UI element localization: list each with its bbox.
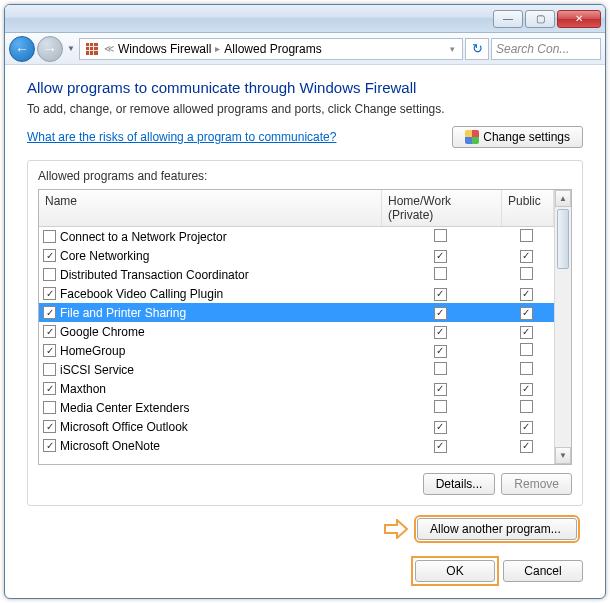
row-checkbox[interactable] [43,401,56,414]
pub-checkbox[interactable] [520,267,533,280]
pub-checkbox[interactable] [520,362,533,375]
row-homework: ✓ [382,248,502,263]
col-name[interactable]: Name [39,190,382,226]
row-homework: ✓ [382,343,502,358]
minimize-button[interactable]: — [493,10,523,28]
row-checkbox[interactable] [43,230,56,243]
row-checkbox[interactable]: ✓ [43,287,56,300]
row-public [502,267,554,283]
row-checkbox[interactable]: ✓ [43,382,56,395]
scroll-up-icon[interactable]: ▲ [555,190,571,207]
row-name: Google Chrome [60,325,382,339]
row-checkbox[interactable] [43,363,56,376]
row-public [502,343,554,359]
table-row[interactable]: iSCSI Service [39,360,554,379]
row-checkbox[interactable] [43,268,56,281]
pub-checkbox[interactable] [520,229,533,242]
pub-checkbox[interactable]: ✓ [520,288,533,301]
table-row[interactable]: ✓Facebook Video Calling Plugin✓✓ [39,284,554,303]
address-dropdown-icon[interactable]: ▾ [447,44,458,54]
risk-link[interactable]: What are the risks of allowing a program… [27,130,336,144]
hw-checkbox[interactable]: ✓ [434,440,447,453]
forward-button[interactable]: → [37,36,63,62]
change-settings-button[interactable]: Change settings [452,126,583,148]
table-row[interactable]: ✓Core Networking✓✓ [39,246,554,265]
table-row[interactable]: ✓Microsoft Office Outlook✓✓ [39,417,554,436]
hw-checkbox[interactable] [434,267,447,280]
address-bar[interactable]: ≪ Windows Firewall ▸ Allowed Programs ▾ [79,38,463,60]
table-row[interactable]: ✓File and Printer Sharing✓✓ [39,303,554,322]
scroll-track[interactable] [555,271,571,447]
row-public: ✓ [502,248,554,263]
row-homework [382,362,502,378]
table-row[interactable]: Media Center Extenders [39,398,554,417]
row-public: ✓ [502,381,554,396]
row-homework [382,400,502,416]
search-input[interactable]: Search Con... [491,38,601,60]
cancel-button[interactable]: Cancel [503,560,583,582]
row-checkbox[interactable]: ✓ [43,249,56,262]
ok-button[interactable]: OK [415,560,495,582]
nav-history-dropdown[interactable]: ▼ [65,44,77,53]
allow-another-program-button[interactable]: Allow another program... [417,518,577,540]
titlebar: — ▢ ✕ [5,5,605,33]
table-row[interactable]: ✓Maxthon✓✓ [39,379,554,398]
hw-checkbox[interactable]: ✓ [434,288,447,301]
firewall-window: — ▢ ✕ ← → ▼ ≪ Windows Firewall ▸ Allowed… [4,4,606,599]
hw-checkbox[interactable] [434,229,447,242]
hw-checkbox[interactable]: ✓ [434,345,447,358]
change-settings-label: Change settings [483,130,570,144]
pub-checkbox[interactable] [520,343,533,356]
row-homework [382,267,502,283]
hw-checkbox[interactable]: ✓ [434,307,447,320]
row-name: Distributed Transaction Coordinator [60,268,382,282]
list-header: Name Home/Work (Private) Public [39,190,554,227]
hw-checkbox[interactable] [434,400,447,413]
row-checkbox[interactable]: ✓ [43,344,56,357]
hw-checkbox[interactable]: ✓ [434,383,447,396]
remove-button[interactable]: Remove [501,473,572,495]
breadcrumb-firewall[interactable]: Windows Firewall [118,42,211,56]
pub-checkbox[interactable] [520,400,533,413]
row-checkbox[interactable]: ✓ [43,439,56,452]
row-name: Media Center Extenders [60,401,382,415]
hw-checkbox[interactable] [434,362,447,375]
table-row[interactable]: ✓Microsoft OneNote✓✓ [39,436,554,455]
hw-checkbox[interactable]: ✓ [434,326,447,339]
table-row[interactable]: Distributed Transaction Coordinator [39,265,554,284]
hw-checkbox[interactable]: ✓ [434,421,447,434]
row-public [502,229,554,245]
table-row[interactable]: ✓HomeGroup✓ [39,341,554,360]
hw-checkbox[interactable]: ✓ [434,250,447,263]
program-list: Name Home/Work (Private) Public Connect … [38,189,572,465]
maximize-button[interactable]: ▢ [525,10,555,28]
table-row[interactable]: Connect to a Network Projector [39,227,554,246]
row-checkbox[interactable]: ✓ [43,306,56,319]
col-public[interactable]: Public [502,190,554,226]
pub-checkbox[interactable]: ✓ [520,440,533,453]
pub-checkbox[interactable]: ✓ [520,326,533,339]
scroll-thumb[interactable] [557,209,569,269]
pub-checkbox[interactable]: ✓ [520,250,533,263]
row-public [502,362,554,378]
row-homework: ✓ [382,305,502,320]
row-checkbox[interactable]: ✓ [43,420,56,433]
row-checkbox[interactable]: ✓ [43,325,56,338]
scrollbar[interactable]: ▲ ▼ [554,190,571,464]
row-name: Facebook Video Calling Plugin [60,287,382,301]
row-public: ✓ [502,438,554,453]
breadcrumb-allowed[interactable]: Allowed Programs [224,42,321,56]
close-button[interactable]: ✕ [557,10,601,28]
pub-checkbox[interactable]: ✓ [520,421,533,434]
content-area: Allow programs to communicate through Wi… [5,65,605,550]
scroll-down-icon[interactable]: ▼ [555,447,571,464]
pub-checkbox[interactable]: ✓ [520,307,533,320]
page-subtitle: To add, change, or remove allowed progra… [27,102,583,116]
table-row[interactable]: ✓Google Chrome✓✓ [39,322,554,341]
row-homework: ✓ [382,286,502,301]
pub-checkbox[interactable]: ✓ [520,383,533,396]
col-homework[interactable]: Home/Work (Private) [382,190,502,226]
refresh-button[interactable]: ↻ [465,38,489,60]
details-button[interactable]: Details... [423,473,496,495]
back-button[interactable]: ← [9,36,35,62]
